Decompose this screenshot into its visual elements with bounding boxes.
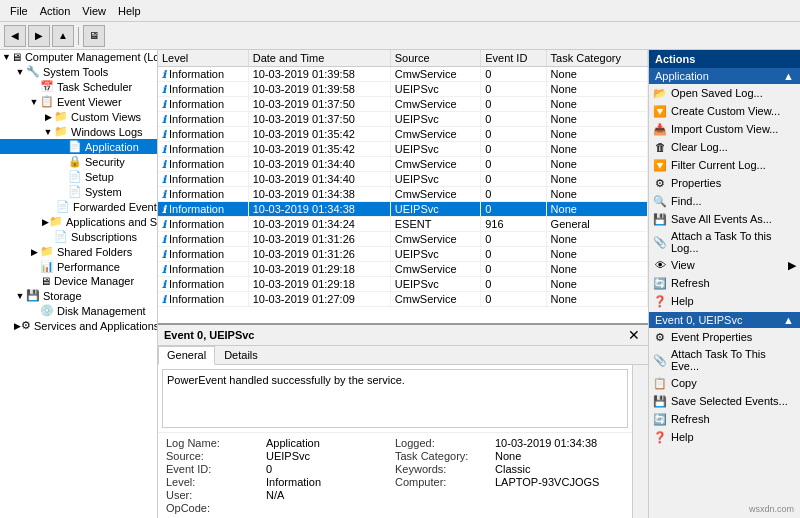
sidebar-item-performance[interactable]: 📊 Performance — [0, 259, 157, 274]
sidebar-item-application[interactable]: 📄 Application — [0, 139, 157, 154]
sidebar-item-apps-services[interactable]: ▶ 📁 Applications and Ser... — [0, 214, 157, 229]
table-row[interactable]: ℹ Information10-03-2019 01:34:38CmwServi… — [158, 187, 648, 202]
sidebar-item-subscriptions[interactable]: 📄 Subscriptions — [0, 229, 157, 244]
sidebar-item-disk-management[interactable]: 💿 Disk Management — [0, 303, 157, 318]
actions-header: Actions — [649, 50, 800, 68]
sidebar-item-windows-logs[interactable]: ▼ 📁 Windows Logs — [0, 124, 157, 139]
col-source: Source — [390, 50, 480, 67]
sidebar-item-system[interactable]: 📄 System — [0, 184, 157, 199]
cell-event-id: 0 — [481, 67, 546, 82]
action-refresh[interactable]: 🔄 Refresh — [649, 274, 800, 292]
table-row[interactable]: ℹ Information10-03-2019 01:34:38UEIPSvc0… — [158, 202, 648, 217]
table-row[interactable]: ℹ Information10-03-2019 01:29:18CmwServi… — [158, 262, 648, 277]
tree-root[interactable]: ▼ 🖥 Computer Management (Local) — [0, 50, 157, 64]
sidebar-item-storage[interactable]: ▼ 💾 Storage — [0, 288, 157, 303]
action-properties[interactable]: ⚙ Properties — [649, 174, 800, 192]
close-button[interactable]: ✕ — [626, 327, 642, 343]
table-row[interactable]: ℹ Information10-03-2019 01:35:42UEIPSvc0… — [158, 142, 648, 157]
sidebar-item-services-applications[interactable]: ▶ ⚙ Services and Applications — [0, 318, 157, 333]
cell-source: CmwService — [390, 262, 480, 277]
cell-source: CmwService — [390, 67, 480, 82]
menu-view[interactable]: View — [76, 3, 112, 19]
save-icon: 💾 — [653, 212, 667, 226]
cell-level: ℹ Information — [158, 67, 248, 82]
action-help[interactable]: ❓ Help — [649, 292, 800, 310]
action-label: Event Properties — [671, 331, 752, 343]
sidebar-item-setup[interactable]: 📄 Setup — [0, 169, 157, 184]
sidebar-item-shared-folders[interactable]: ▶ 📁 Shared Folders — [0, 244, 157, 259]
menu-action[interactable]: Action — [34, 3, 77, 19]
action-attach-task[interactable]: 📎 Attach a Task To this Log... — [649, 228, 800, 256]
action-refresh-event[interactable]: 🔄 Refresh — [649, 410, 800, 428]
tab-general[interactable]: General — [158, 346, 215, 365]
cell-source: ESENT — [390, 217, 480, 232]
event-log-table-container[interactable]: Level Date and Time Source Event ID Task… — [158, 50, 648, 323]
event-message-area: PowerEvent handled successfully by the s… — [162, 369, 628, 428]
sidebar-item-event-viewer[interactable]: ▼ 📋 Event Viewer — [0, 94, 157, 109]
actions-panel: Actions Application ▲ 📂 Open Saved Log..… — [648, 50, 800, 518]
action-attach-task-event[interactable]: 📎 Attach Task To This Eve... — [649, 346, 800, 374]
action-clear-log[interactable]: 🗑 Clear Log... — [649, 138, 800, 156]
table-row[interactable]: ℹ Information10-03-2019 01:34:40CmwServi… — [158, 157, 648, 172]
action-filter-current[interactable]: 🔽 Filter Current Log... — [649, 156, 800, 174]
table-header-row: Level Date and Time Source Event ID Task… — [158, 50, 648, 67]
action-save-all-events[interactable]: 💾 Save All Events As... — [649, 210, 800, 228]
sidebar-label: Storage — [43, 290, 82, 302]
action-label: Help — [671, 295, 694, 307]
sidebar-item-security[interactable]: 🔒 Security — [0, 154, 157, 169]
toolbar-separator — [78, 27, 79, 45]
table-row[interactable]: ℹ Information10-03-2019 01:39:58UEIPSvc0… — [158, 82, 648, 97]
table-row[interactable]: ℹ Information10-03-2019 01:29:18UEIPSvc0… — [158, 277, 648, 292]
cell-event-id: 0 — [481, 157, 546, 172]
event-detail-scrollbar[interactable] — [632, 365, 648, 518]
sidebar-item-custom-views[interactable]: ▶ 📁 Custom Views — [0, 109, 157, 124]
action-create-custom-view[interactable]: 🔽 Create Custom View... — [649, 102, 800, 120]
sidebar-item-forwarded[interactable]: 📄 Forwarded Events — [0, 199, 157, 214]
sidebar-item-task-scheduler[interactable]: 📅 Task Scheduler — [0, 79, 157, 94]
table-row[interactable]: ℹ Information10-03-2019 01:37:50CmwServi… — [158, 97, 648, 112]
action-find[interactable]: 🔍 Find... — [649, 192, 800, 210]
back-button[interactable]: ◀ — [4, 25, 26, 47]
save-selected-icon: 💾 — [653, 394, 667, 408]
action-copy[interactable]: 📋 Copy — [649, 374, 800, 392]
cell-source: CmwService — [390, 97, 480, 112]
action-help-event[interactable]: ❓ Help — [649, 428, 800, 446]
menu-file[interactable]: File — [4, 3, 34, 19]
action-event-properties[interactable]: ⚙ Event Properties — [649, 328, 800, 346]
cell-event-id: 0 — [481, 127, 546, 142]
action-open-saved-log[interactable]: 📂 Open Saved Log... — [649, 84, 800, 102]
event-detail-header: Event 0, UEIPSvc ✕ — [158, 325, 648, 346]
table-row[interactable]: ℹ Information10-03-2019 01:34:40UEIPSvc0… — [158, 172, 648, 187]
action-label: Open Saved Log... — [671, 87, 763, 99]
cell-datetime: 10-03-2019 01:37:50 — [248, 112, 390, 127]
table-row[interactable]: ℹ Information10-03-2019 01:27:09CmwServi… — [158, 292, 648, 307]
table-row[interactable]: ℹ Information10-03-2019 01:35:42CmwServi… — [158, 127, 648, 142]
forward-button[interactable]: ▶ — [28, 25, 50, 47]
action-save-selected[interactable]: 💾 Save Selected Events... — [649, 392, 800, 410]
table-row[interactable]: ℹ Information10-03-2019 01:31:26CmwServi… — [158, 232, 648, 247]
action-view[interactable]: 👁 View ▶ — [649, 256, 800, 274]
info-icon: ℹ — [162, 189, 166, 200]
action-label: Help — [671, 431, 694, 443]
cell-source: CmwService — [390, 232, 480, 247]
sidebar-label: Services and Applications — [34, 320, 158, 332]
table-row[interactable]: ℹ Information10-03-2019 01:34:24ESENT916… — [158, 217, 648, 232]
cell-datetime: 10-03-2019 01:27:09 — [248, 292, 390, 307]
col-task-category: Task Category — [546, 50, 647, 67]
up-button[interactable]: ▲ — [52, 25, 74, 47]
sidebar-item-device-manager[interactable]: 🖥 Device Manager — [0, 274, 157, 288]
action-import-custom-view[interactable]: 📥 Import Custom View... — [649, 120, 800, 138]
cell-level: ℹ Information — [158, 82, 248, 97]
cell-source: UEIPSvc — [390, 202, 480, 217]
cell-level: ℹ Information — [158, 112, 248, 127]
attach-icon: 📎 — [653, 235, 667, 249]
sidebar-item-system-tools[interactable]: ▼ 🔧 System Tools — [0, 64, 157, 79]
table-row[interactable]: ℹ Information10-03-2019 01:31:26UEIPSvc0… — [158, 247, 648, 262]
table-row[interactable]: ℹ Information10-03-2019 01:39:58CmwServi… — [158, 67, 648, 82]
level-label: Level: — [166, 476, 266, 488]
log-name-value: Application — [266, 437, 395, 449]
table-row[interactable]: ℹ Information10-03-2019 01:37:50UEIPSvc0… — [158, 112, 648, 127]
computer-button[interactable]: 🖥 — [83, 25, 105, 47]
tab-details[interactable]: Details — [215, 346, 267, 364]
menu-help[interactable]: Help — [112, 3, 147, 19]
